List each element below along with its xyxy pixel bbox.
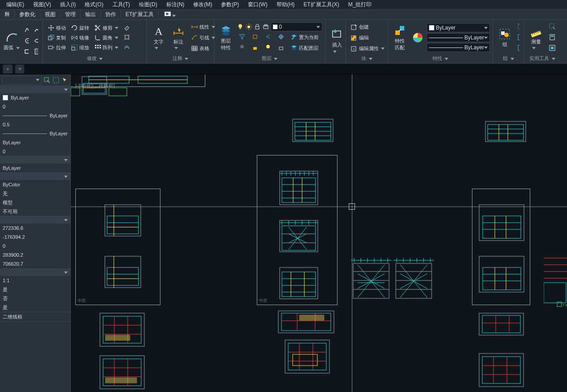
section-plotstyle-toggle[interactable] — [0, 173, 70, 180]
ribbon-extra-button[interactable] — [161, 10, 178, 19]
menu-batch[interactable]: M_批打印 — [344, 1, 377, 9]
rotate-button[interactable]: 旋转 — [69, 23, 91, 33]
prop-ucsname[interactable]: 是 — [0, 303, 70, 312]
panel-modify-title[interactable]: 修改 — [46, 54, 144, 63]
block-edit-button[interactable]: 编辑 — [349, 33, 386, 43]
layer-select[interactable]: 0 — [271, 22, 322, 31]
layer-freeze-icon[interactable] — [276, 32, 287, 42]
prop-linetype[interactable]: ByLayer — [0, 111, 70, 120]
lineweight-select[interactable]: ByLayer — [427, 33, 490, 42]
prop-wireframe[interactable]: 二维线框 — [0, 312, 70, 321]
pick-add-icon[interactable] — [61, 77, 69, 84]
select-objects-icon[interactable] — [43, 77, 51, 84]
section-misc-toggle[interactable] — [0, 269, 70, 276]
tab-et[interactable]: ET扩展工具 — [121, 11, 159, 18]
color-select[interactable]: ByLayer — [427, 23, 490, 32]
panel-props-title[interactable]: 特性 — [391, 54, 490, 63]
layer-off-icon[interactable] — [237, 43, 248, 53]
layer-unlock-icon[interactable] — [276, 43, 287, 53]
quick-select-icon[interactable] — [52, 77, 60, 84]
quickcalc-icon[interactable] — [547, 33, 558, 43]
panel-block-title[interactable]: 块 — [349, 54, 385, 63]
tab-parametric[interactable]: 参数化 — [15, 11, 40, 18]
offset-icon[interactable] — [121, 43, 133, 52]
prop-transparency[interactable]: ByLayer — [0, 138, 70, 147]
group-select-icon[interactable] — [515, 43, 521, 53]
ungroup-icon[interactable] — [515, 22, 521, 32]
layer-prev-icon[interactable] — [263, 32, 274, 42]
group-edit-icon[interactable] — [515, 33, 521, 43]
stretch-button[interactable]: 拉伸 — [46, 43, 68, 52]
rect-icon[interactable] — [22, 47, 30, 57]
prop-ltscale[interactable]: 0.5 — [0, 120, 70, 129]
panel-util-title[interactable]: 实用工具 — [527, 54, 558, 63]
lock-icon[interactable] — [254, 23, 261, 30]
panel-annot-title[interactable]: 注释 — [150, 54, 211, 63]
menu-view[interactable]: 视图(V) — [29, 1, 56, 9]
erase-icon[interactable] — [121, 23, 133, 33]
menu-modify[interactable]: 修改(M) — [189, 1, 216, 9]
menu-param[interactable]: 参数(P) — [216, 1, 243, 9]
prop-layer[interactable]: 0 — [0, 102, 70, 111]
measure-button[interactable]: 测量 — [527, 24, 545, 52]
menu-et[interactable]: ET扩展工具(X) — [299, 1, 343, 9]
select-icon[interactable] — [547, 22, 558, 32]
layer-setcurrent-button[interactable]: 置为当前 — [289, 32, 320, 42]
polyline-icon[interactable] — [22, 26, 30, 35]
spline-icon[interactable] — [32, 26, 40, 35]
document-tab-active[interactable]: × — [3, 65, 13, 73]
menu-window[interactable]: 窗口(W) — [243, 1, 272, 9]
ellipse-icon[interactable] — [32, 36, 40, 46]
match-props-button[interactable]: 特性 匹配 — [391, 23, 409, 52]
sun-icon[interactable] — [245, 23, 252, 30]
menu-format[interactable]: 格式(O) — [80, 1, 108, 9]
prop-thickness[interactable]: 0 — [0, 147, 70, 156]
hatch-icon[interactable] — [32, 47, 40, 57]
layer-iso-icon[interactable] — [250, 32, 261, 42]
plot-icon[interactable] — [262, 23, 269, 30]
new-tab-button[interactable]: + — [15, 65, 24, 73]
array-button[interactable]: 阵列 — [92, 43, 120, 52]
arc-button[interactable]: 圆弧 — [3, 30, 21, 52]
block-editattr-button[interactable]: A编辑属性 — [349, 43, 386, 53]
menu-dim[interactable]: 标注(N) — [162, 1, 189, 9]
tab-output[interactable]: 输出 — [81, 11, 101, 18]
layer-filter-icon[interactable] — [237, 32, 248, 42]
table-button[interactable]: 表格 — [189, 43, 217, 53]
group-button[interactable]: 组 — [496, 27, 514, 49]
menu-insert[interactable]: 插入(I) — [56, 1, 80, 9]
layer-match-button[interactable]: 匹配图层 — [289, 43, 320, 53]
prop-ucspervp[interactable]: 否 — [0, 294, 70, 303]
menu-help[interactable]: 帮助(H) — [272, 1, 299, 9]
menu-edit[interactable]: 编辑(E) — [2, 1, 29, 9]
leader-button[interactable]: 引线 — [189, 33, 217, 43]
linear-dim-button[interactable]: 线性 — [189, 22, 217, 32]
insert-button[interactable]: 插入 — [328, 27, 346, 55]
section-3d-toggle[interactable] — [0, 156, 70, 164]
panel-group-title[interactable]: 组 — [496, 54, 521, 63]
tab-collab[interactable]: 协作 — [101, 11, 121, 18]
drawing-canvas[interactable]: [-][俯视][二维线框] 中层 中层 — [71, 74, 567, 392]
trim-button[interactable]: 修剪 — [92, 23, 120, 33]
menu-tools[interactable]: 工具(T) — [108, 1, 134, 9]
prop-material[interactable]: ByLayer — [0, 164, 70, 172]
prop-lineweight[interactable]: ByLayer — [0, 129, 70, 138]
color-wheel-icon[interactable] — [411, 31, 425, 44]
tab-view[interactable]: 视图 — [40, 11, 61, 18]
selectall-icon[interactable] — [547, 43, 558, 53]
explode-icon[interactable] — [121, 33, 133, 43]
layer-lock-icon[interactable] — [250, 43, 261, 53]
fillet-button[interactable]: 圆角 — [92, 33, 120, 43]
object-type-select[interactable] — [2, 76, 42, 85]
dimension-button[interactable]: 标注 — [169, 24, 187, 52]
layer-on-icon[interactable] — [263, 43, 274, 53]
prop-color[interactable]: ByLayer — [0, 93, 70, 102]
prop-annoscale[interactable]: 1:1 — [0, 276, 70, 285]
copy-button[interactable]: 复制 — [46, 33, 68, 43]
move-button[interactable]: 移动 — [46, 23, 68, 33]
panel-layer-title[interactable]: 图层 — [217, 54, 322, 63]
block-create-button[interactable]: 创建 — [349, 22, 386, 32]
linetype-select[interactable]: ByLayer — [427, 43, 490, 52]
tab-annotate[interactable]: 释 — [0, 11, 15, 18]
scale-button[interactable]: 缩放 — [69, 43, 91, 52]
